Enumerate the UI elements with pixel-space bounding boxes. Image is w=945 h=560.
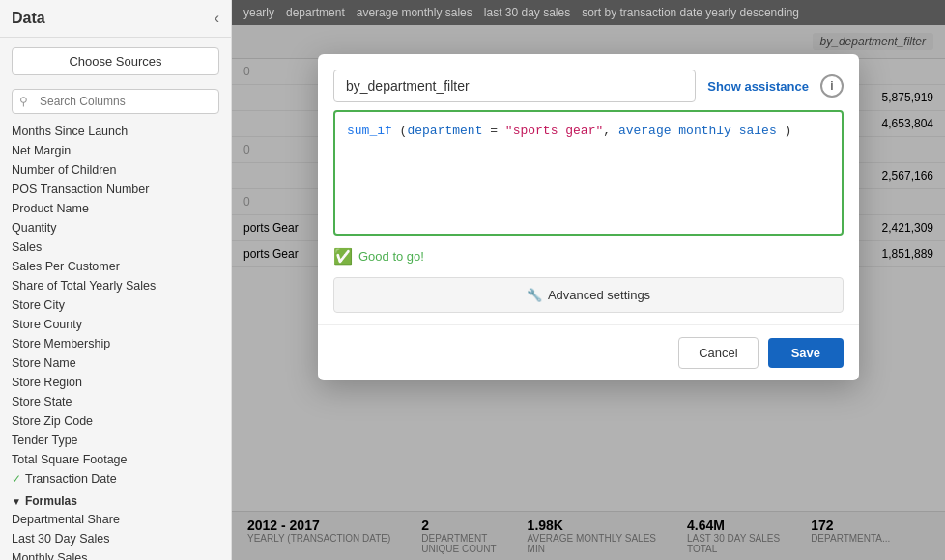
formula-item-monthly[interactable]: Monthly Sales	[4, 548, 227, 560]
modal-footer: Cancel Save	[318, 324, 859, 380]
formula-field-avg: average monthly sales	[618, 124, 777, 138]
status-row: ✅ Good to go!	[318, 236, 859, 277]
list-item[interactable]: Store Region	[4, 373, 227, 392]
tag-last30[interactable]: last 30 day sales	[484, 6, 570, 19]
top-bar: yearly department average monthly sales …	[232, 0, 945, 25]
list-item[interactable]: Number of Children	[4, 160, 227, 180]
list-item[interactable]: Store City	[4, 295, 227, 315]
cancel-button[interactable]: Cancel	[678, 337, 758, 369]
formula-item-last30[interactable]: Last 30 Day Sales	[4, 529, 227, 548]
choose-sources-button[interactable]: Choose Sources	[12, 47, 219, 75]
formula-function: sum_if	[347, 124, 392, 138]
list-item[interactable]: Net Margin	[4, 141, 227, 160]
formula-paren-open: (	[392, 124, 408, 138]
sidebar-header: Data ‹	[0, 0, 231, 38]
sidebar-title: Data	[12, 10, 45, 27]
search-box: ⚲	[12, 89, 219, 114]
formula-field-dept: department	[407, 124, 482, 138]
tag-yearly[interactable]: yearly	[243, 6, 274, 19]
check-icon: ✓	[12, 472, 21, 486]
list-item[interactable]: Share of Total Yearly Sales	[4, 276, 227, 295]
modal-overlay[interactable]: Show assistance i sum_if (department = "…	[232, 25, 945, 560]
formula-string-val: "sports gear"	[505, 124, 603, 138]
search-icon: ⚲	[19, 95, 28, 108]
formula-close: )	[777, 124, 792, 138]
list-item[interactable]: Store County	[4, 315, 227, 334]
list-item[interactable]: Store Name	[4, 353, 227, 373]
formula-comma: ,	[603, 124, 618, 138]
sidebar: Data ‹ Choose Sources ⚲ Months Since Lau…	[0, 0, 232, 560]
formula-editor[interactable]: sum_if (department = "sports gear", aver…	[333, 110, 844, 236]
tag-sort[interactable]: sort by transaction date yearly descendi…	[582, 6, 799, 19]
tag-avg-monthly[interactable]: average monthly sales	[357, 6, 472, 19]
collapse-arrow-icon: ▼	[12, 496, 21, 507]
save-button[interactable]: Save	[768, 338, 844, 368]
data-area: by_department_filter 0 5,875,919 4,653,8…	[232, 25, 945, 560]
sidebar-list: Months Since Launch Net Margin Number of…	[0, 122, 231, 560]
formulas-section-header[interactable]: ▼ Formulas	[4, 489, 227, 510]
list-item[interactable]: Store State	[4, 392, 227, 411]
modal-name-row: Show assistance i	[318, 54, 859, 110]
list-item[interactable]: Sales	[4, 238, 227, 257]
formula-op: =	[482, 124, 504, 138]
list-item[interactable]: Tender Type	[4, 431, 227, 450]
search-input[interactable]	[12, 89, 219, 114]
collapse-button[interactable]: ‹	[215, 10, 219, 27]
list-item[interactable]: Quantity	[4, 218, 227, 238]
formulas-label: Formulas	[25, 494, 77, 508]
modal-dialog: Show assistance i sum_if (department = "…	[318, 54, 859, 380]
list-item[interactable]: Product Name	[4, 199, 227, 218]
list-item[interactable]: Sales Per Customer	[4, 257, 227, 276]
wrench-icon: 🔧	[527, 288, 542, 302]
list-item[interactable]: Store Membership	[4, 334, 227, 353]
list-item[interactable]: Total Square Footage	[4, 450, 227, 469]
list-item[interactable]: POS Transaction Number	[4, 180, 227, 199]
advanced-settings-button[interactable]: 🔧 Advanced settings	[333, 277, 844, 313]
list-item[interactable]: ✓Transaction Date	[4, 469, 227, 489]
status-text: Good to go!	[358, 249, 424, 264]
list-item[interactable]: Store Zip Code	[4, 411, 227, 431]
formula-name-input[interactable]	[333, 70, 696, 102]
main-area: yearly department average monthly sales …	[232, 0, 945, 560]
advanced-settings-label: Advanced settings	[548, 288, 650, 302]
list-item[interactable]: Months Since Launch	[4, 122, 227, 141]
info-button[interactable]: i	[820, 74, 844, 98]
status-check-icon: ✅	[333, 247, 353, 266]
tag-department[interactable]: department	[286, 6, 345, 19]
formula-item-departmental-share[interactable]: Departmental Share	[4, 510, 227, 529]
show-assistance-button[interactable]: Show assistance	[707, 79, 809, 94]
